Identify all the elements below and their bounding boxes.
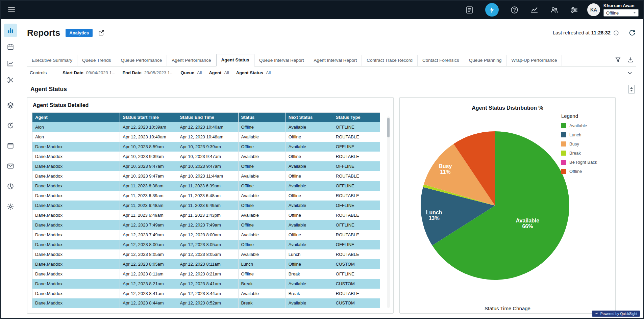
note-icon[interactable] — [465, 6, 474, 14]
chart-title: Agent Status Distribution % — [400, 105, 615, 111]
powered-by-label: Powered by QuickSight — [600, 312, 637, 316]
table-panel-title: Agent Status Detailed — [33, 102, 389, 108]
spinner-down-icon — [630, 90, 633, 91]
column-agent[interactable]: Agent — [32, 113, 120, 122]
topbar: KA Khurram Awan Offline — [1, 1, 643, 19]
help-icon[interactable] — [510, 6, 519, 14]
table-row: Dane.MaddoxApr 12, 2023 7:49amApr 12, 20… — [32, 220, 380, 230]
tab-queue-planning[interactable]: Queue Planning — [464, 55, 507, 66]
calendar-icon[interactable] — [4, 40, 17, 54]
layers-icon[interactable] — [4, 99, 17, 112]
table-row: Dane.MaddoxApr 11, 2023 6:48amApr 11, 20… — [32, 201, 380, 210]
column-status-type[interactable]: Status Type — [333, 113, 380, 122]
tab-queue-interval-report[interactable]: Queue Interval Report — [254, 55, 309, 66]
last-refreshed-time: 11:28:32 — [591, 30, 611, 35]
table-row: Dane.MaddoxApr 12, 2023 8:44amApr 12, 20… — [32, 298, 380, 308]
table-row: Dane.MaddoxApr 11, 2023 6:38amApr 11, 20… — [32, 181, 380, 191]
filter-icon[interactable] — [615, 56, 621, 63]
legend: Legend AvailableLunchBusyBreakBe Right B… — [561, 113, 611, 178]
chevron-down-icon[interactable] — [626, 70, 633, 76]
tab-agent-performance[interactable]: Agent Performance — [167, 55, 216, 66]
control-queue[interactable]: QueueAll — [181, 70, 202, 75]
flash-icon[interactable] — [485, 3, 499, 17]
download-icon[interactable] — [627, 56, 634, 63]
control-end-date[interactable]: End Date29/05/2023 1... — [122, 70, 173, 75]
control-agent[interactable]: AgentAll — [209, 70, 229, 75]
filters: Start Date09/04/2023 1...End Date29/05/2… — [63, 70, 278, 75]
user-status-select[interactable]: Offline — [603, 9, 639, 17]
external-link-icon[interactable] — [98, 29, 105, 36]
tab-agent-status[interactable]: Agent Status — [216, 54, 254, 67]
legend-item-be-right-back: Be Right Back — [561, 160, 611, 165]
legend-swatch — [561, 141, 566, 147]
legend-items: AvailableLunchBusyBreakBe Right BackOffl… — [561, 123, 611, 174]
avatar[interactable]: KA — [587, 3, 600, 16]
hamburger-menu-icon[interactable] — [7, 6, 16, 14]
agent-status-table: AgentStatus Start TimeStatus End TimeSta… — [32, 112, 380, 308]
pie-chart: Available66%Lunch13%Busy11% — [421, 131, 569, 280]
topbar-icons — [465, 3, 578, 17]
table-row: Dane.MaddoxApr 12, 2023 7:49amApr 12, 20… — [32, 230, 380, 240]
agent-status-detailed-panel: Agent Status Detailed AgentStatus Start … — [27, 97, 394, 314]
table-header-row: AgentStatus Start TimeStatus End TimeSta… — [32, 113, 380, 122]
legend-item-busy: Busy — [561, 141, 611, 147]
legend-swatch — [561, 151, 566, 156]
info-icon[interactable] — [613, 30, 619, 36]
user-block: Khurram Awan Offline — [603, 3, 639, 17]
refresh-icon[interactable] — [628, 29, 636, 36]
user-status-value: Offline — [606, 10, 619, 16]
legend-swatch — [561, 169, 566, 174]
table-row: AlonApr 12, 2023 10:39amApr 12, 2023 10:… — [32, 122, 380, 132]
legend-swatch — [561, 132, 566, 137]
quicksight-logo-icon — [595, 312, 599, 316]
scroll-spinner[interactable] — [628, 85, 635, 94]
page-title: Reports — [27, 28, 60, 38]
users-icon[interactable] — [550, 6, 559, 14]
table-row: Dane.MaddoxApr 11, 2023 6:39amApr 11, 20… — [32, 191, 380, 201]
control-start-date[interactable]: Start Date09/04/2023 1... — [63, 70, 115, 75]
pie-label-busy: Busy11% — [439, 163, 452, 175]
control-agent-status[interactable]: Agent StatusAll — [236, 70, 271, 75]
table-row: Dane.MaddoxApr 12, 2023 8:05amApr 12, 20… — [32, 259, 380, 269]
column-status-end-time[interactable]: Status End Time — [177, 113, 238, 122]
tab-executive-summary[interactable]: Executive Summary — [27, 55, 77, 66]
table-row: AlonApr 12, 2023 10:40amApr 12, 2023 10:… — [32, 132, 380, 142]
analytics-badge: Analytics — [66, 29, 93, 37]
sidebar — [1, 19, 20, 318]
line-chart-icon[interactable] — [4, 57, 17, 70]
column-status[interactable]: Status — [238, 113, 286, 122]
app-window: KA Khurram Awan Offline Reports Analytic… — [0, 0, 644, 319]
donut-icon[interactable] — [4, 180, 17, 193]
legend-item-lunch: Lunch — [561, 132, 611, 137]
metrics-icon[interactable] — [530, 6, 539, 14]
table-row: Dane.MaddoxApr 12, 2023 8:21amApr 12, 20… — [32, 279, 380, 289]
gear-icon[interactable] — [4, 200, 17, 213]
tab-queue-trends[interactable]: Queue Trends — [77, 55, 116, 66]
section-row: Agent Status — [27, 79, 636, 97]
mail-icon[interactable] — [4, 159, 17, 173]
legend-item-break: Break — [561, 151, 611, 156]
tab-queue-performance[interactable]: Queue Performance — [116, 55, 167, 66]
tab-tools — [615, 56, 636, 66]
sliders-icon[interactable] — [570, 6, 578, 14]
tab-contract-trace-record[interactable]: Contract Trace Record — [362, 55, 418, 66]
table-scrollbar-thumb[interactable] — [387, 118, 390, 137]
controls-bar: Controls Start Date09/04/2023 1...End Da… — [27, 67, 636, 79]
bar-chart-icon[interactable] — [4, 24, 17, 37]
tab-wrap-up-performance[interactable]: Wrap-Up Performance — [507, 55, 562, 66]
legend-item-available: Available — [561, 123, 611, 128]
powered-by-quicksight-badge[interactable]: Powered by QuickSight — [592, 311, 640, 317]
scissors-icon[interactable] — [4, 73, 17, 87]
tab-agent-interval-report[interactable]: Agent Interval Report — [309, 55, 362, 66]
legend-swatch — [561, 123, 566, 128]
column-status-start-time[interactable]: Status Start Time — [120, 113, 177, 122]
window-icon[interactable] — [4, 139, 17, 153]
table-row: Dane.MaddoxApr 10, 2023 8:59amApr 10, 20… — [32, 142, 380, 152]
agent-status-distribution-panel: Agent Status Distribution % Available66%… — [399, 97, 616, 314]
table-scrollbar[interactable] — [387, 116, 390, 308]
user-name: Khurram Awan — [603, 3, 639, 8]
legend-item-offline: Offline — [561, 169, 611, 174]
column-next-status[interactable]: Next Status — [286, 113, 333, 122]
history-icon[interactable] — [4, 119, 17, 132]
tab-contact-forensics[interactable]: Contact Forensics — [418, 55, 464, 66]
